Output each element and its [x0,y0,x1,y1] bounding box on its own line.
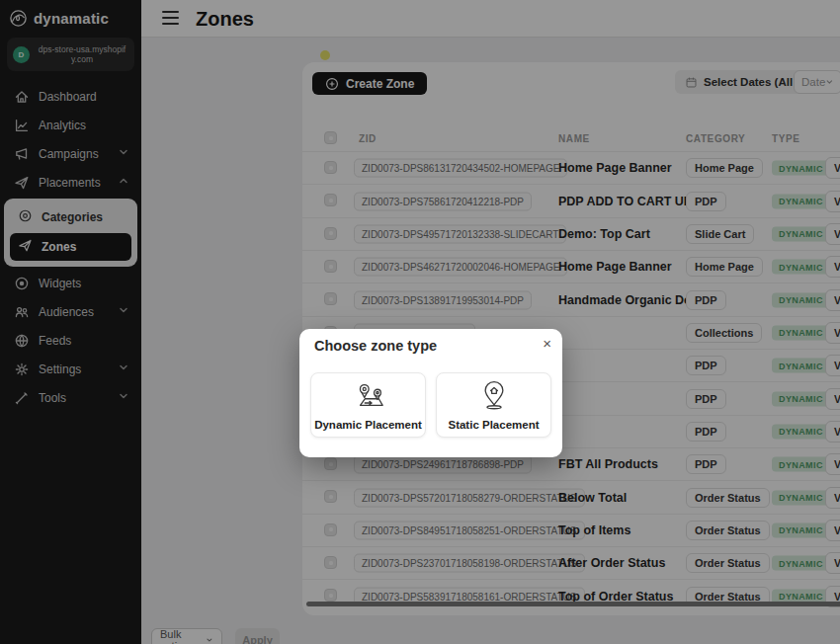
modal-overlay[interactable] [0,0,840,644]
close-icon[interactable]: × [543,336,551,351]
option-label: Dynamic Placement [314,419,422,431]
static-placement-option[interactable]: Static Placement [436,372,551,438]
dynamic-placement-icon [351,379,386,415]
modal-title: Choose zone type [314,338,437,354]
app-window: dynamatic D dps-store-usa.myshopify.com … [0,0,840,644]
static-placement-icon [476,379,512,415]
dynamic-placement-option[interactable]: Dynamic Placement [310,372,426,438]
zone-type-options: Dynamic PlacementStatic Placement [310,372,551,438]
option-label: Static Placement [448,419,539,431]
choose-zone-type-modal: Choose zone type × Dynamic PlacementStat… [299,329,562,457]
